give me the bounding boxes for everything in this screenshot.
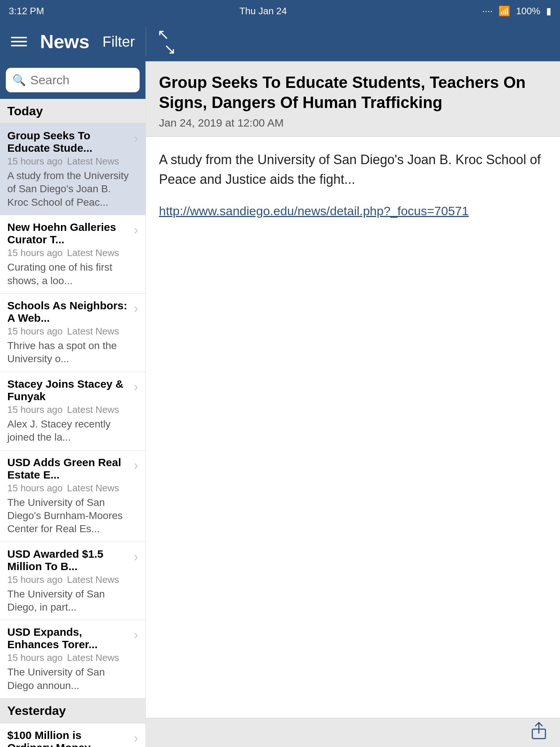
news-item-meta: 15 hours ago Latest News bbox=[7, 326, 129, 337]
status-time: 3:12 PM bbox=[9, 5, 44, 17]
news-item-content: USD Awarded $1.5 Million To B... 15 hour… bbox=[7, 548, 129, 614]
news-item-meta: 15 hours ago Latest News bbox=[7, 156, 129, 167]
news-item-preview: Curating one of his first shows, a loo..… bbox=[7, 261, 129, 287]
chevron-right-icon: › bbox=[134, 301, 138, 316]
news-item-time: 15 hours ago bbox=[7, 404, 63, 415]
menu-button[interactable] bbox=[11, 37, 27, 46]
header-right: ↖ ↘ bbox=[146, 27, 560, 56]
news-item-category: Latest News bbox=[67, 574, 119, 585]
list-item[interactable]: USD Adds Green Real Estate E... 15 hours… bbox=[0, 450, 145, 542]
list-item[interactable]: New Hoehn Galleries Curator T... 15 hour… bbox=[0, 215, 145, 294]
news-item-preview: A study from the University of San Diego… bbox=[7, 169, 129, 209]
news-item-title: USD Expands, Enhances Torer... bbox=[7, 626, 129, 651]
status-bar: 3:12 PM Thu Jan 24 ···· 📶 100% ▮ bbox=[0, 0, 560, 22]
news-item-time: 15 hours ago bbox=[7, 156, 63, 167]
news-item-time: 15 hours ago bbox=[7, 326, 63, 337]
right-panel: Group Seeks To Educate Students, Teacher… bbox=[146, 61, 560, 747]
news-item-preview: The University of San Diego announ... bbox=[7, 666, 129, 692]
filter-button[interactable]: Filter bbox=[102, 34, 135, 50]
news-item-category: Latest News bbox=[67, 156, 119, 167]
news-item-content: $100 Million is Ordinary Money... Yester… bbox=[7, 729, 129, 747]
share-icon[interactable] bbox=[531, 722, 547, 744]
list-item[interactable]: USD Expands, Enhances Torer... 15 hours … bbox=[0, 620, 145, 698]
article-header: Group Seeks To Educate Students, Teacher… bbox=[146, 61, 560, 137]
news-list[interactable]: Today Group Seeks To Educate Stude... 15… bbox=[0, 99, 145, 747]
news-item-category: Latest News bbox=[67, 404, 119, 415]
search-input-wrapper[interactable]: 🔍 bbox=[6, 68, 140, 92]
header-left: News Filter bbox=[0, 31, 146, 53]
article-excerpt: A study from the University of San Diego… bbox=[159, 150, 547, 189]
news-item-content: Stacey Joins Stacey & Funyak 15 hours ag… bbox=[7, 378, 129, 444]
news-item-title: Schools As Neighbors: A Web... bbox=[7, 299, 129, 324]
news-item-category: Latest News bbox=[67, 483, 119, 494]
chevron-right-icon: › bbox=[134, 549, 138, 565]
chevron-right-icon: › bbox=[134, 222, 138, 238]
news-item-time: 15 hours ago bbox=[7, 483, 63, 494]
article-link[interactable]: http://www.sandiego.edu/news/detail.php?… bbox=[159, 204, 469, 218]
news-item-preview: Thrive has a spot on the University o... bbox=[7, 339, 129, 366]
news-item-time: 15 hours ago bbox=[7, 247, 63, 259]
news-item-content: Group Seeks To Educate Stude... 15 hours… bbox=[7, 129, 129, 209]
chevron-right-icon: › bbox=[134, 131, 138, 146]
news-item-category: Latest News bbox=[67, 652, 119, 663]
chevron-right-icon: › bbox=[134, 731, 138, 746]
status-right: ···· 📶 100% ▮ bbox=[482, 5, 551, 17]
news-item-time: 15 hours ago bbox=[7, 652, 63, 663]
news-item-meta: 15 hours ago Latest News bbox=[7, 404, 129, 415]
left-panel: 🔍 Today Group Seeks To Educate Stude... … bbox=[0, 61, 146, 747]
chevron-right-icon: › bbox=[134, 458, 138, 473]
article-body: A study from the University of San Diego… bbox=[146, 137, 560, 747]
wifi-icon: 📶 bbox=[498, 5, 510, 17]
news-item-title: USD Adds Green Real Estate E... bbox=[7, 456, 129, 481]
news-item-content: USD Expands, Enhances Torer... 15 hours … bbox=[7, 626, 129, 692]
news-item-title: Group Seeks To Educate Stude... bbox=[7, 129, 129, 154]
chevron-right-icon: › bbox=[134, 379, 138, 395]
news-item-time: 15 hours ago bbox=[7, 574, 63, 585]
list-item[interactable]: Group Seeks To Educate Stude... 15 hours… bbox=[0, 124, 145, 215]
news-item-category: Latest News bbox=[67, 326, 119, 337]
list-item[interactable]: Stacey Joins Stacey & Funyak 15 hours ag… bbox=[0, 372, 145, 450]
list-item[interactable]: $100 Million is Ordinary Money... Yester… bbox=[0, 723, 145, 747]
news-item-content: Schools As Neighbors: A Web... 15 hours … bbox=[7, 299, 129, 366]
main-layout: 🔍 Today Group Seeks To Educate Stude... … bbox=[0, 61, 560, 747]
expand-icon[interactable]: ↖ ↘ bbox=[157, 27, 176, 56]
search-icon: 🔍 bbox=[12, 74, 26, 86]
section-header-today: Today bbox=[0, 99, 145, 124]
article-date: Jan 24, 2019 at 12:00 AM bbox=[159, 117, 547, 129]
chevron-right-icon: › bbox=[134, 627, 138, 643]
article-title: Group Seeks To Educate Students, Teacher… bbox=[159, 72, 547, 112]
signal-icon: ···· bbox=[482, 5, 493, 17]
news-item-title: New Hoehn Galleries Curator T... bbox=[7, 221, 129, 246]
header-title: News bbox=[27, 31, 102, 53]
bottom-bar bbox=[146, 718, 560, 747]
search-input[interactable] bbox=[30, 73, 146, 87]
news-item-meta: 15 hours ago Latest News bbox=[7, 574, 129, 585]
news-item-content: New Hoehn Galleries Curator T... 15 hour… bbox=[7, 221, 129, 287]
news-item-title: $100 Million is Ordinary Money... bbox=[7, 729, 129, 747]
battery-icon: ▮ bbox=[546, 5, 551, 17]
battery-label: 100% bbox=[516, 5, 540, 17]
list-item[interactable]: Schools As Neighbors: A Web... 15 hours … bbox=[0, 294, 145, 372]
section-header-yesterday: Yesterday bbox=[0, 698, 145, 723]
news-item-title: USD Awarded $1.5 Million To B... bbox=[7, 548, 129, 573]
news-item-meta: 15 hours ago Latest News bbox=[7, 483, 129, 494]
header: News Filter ↖ ↘ bbox=[0, 22, 560, 61]
news-item-preview: The University of San Diego's Burnham-Mo… bbox=[7, 496, 129, 536]
news-item-category: Latest News bbox=[67, 247, 119, 259]
list-item[interactable]: USD Awarded $1.5 Million To B... 15 hour… bbox=[0, 542, 145, 620]
news-item-preview: The University of San Diego, in part... bbox=[7, 588, 129, 614]
search-bar: 🔍 bbox=[0, 61, 145, 99]
news-item-preview: Alex J. Stacey recently joined the la... bbox=[7, 418, 129, 444]
news-item-meta: 15 hours ago Latest News bbox=[7, 247, 129, 259]
status-date: Thu Jan 24 bbox=[240, 5, 287, 17]
news-item-content: USD Adds Green Real Estate E... 15 hours… bbox=[7, 456, 129, 536]
news-item-title: Stacey Joins Stacey & Funyak bbox=[7, 378, 129, 403]
news-item-meta: 15 hours ago Latest News bbox=[7, 652, 129, 663]
